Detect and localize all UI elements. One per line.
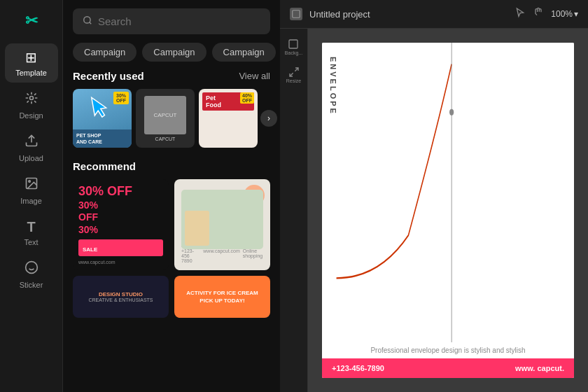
canvas-side-tools: Backg... Resize (280, 29, 308, 392)
recently-used-section: Recently used View all PET SHOPAND CARE … (73, 70, 270, 148)
sidebar-item-design[interactable]: Design (5, 85, 58, 125)
svg-line-8 (90, 22, 92, 24)
canvas-workspace: ENVELOPE Professional envelope design is… (308, 29, 588, 392)
envelope-canvas: ENVELOPE Professional envelope design is… (322, 43, 574, 378)
svg-point-14 (449, 109, 454, 115)
card-design-studio[interactable]: DESIGN STUDIO CREATIVE & ENTHUSIASTS (73, 276, 169, 318)
template-panel: Campaign Campaign Campaign Recently used… (63, 0, 280, 392)
panel-content: Recently used View all PET SHOPAND CARE … (63, 70, 280, 392)
view-all-button[interactable]: View all (239, 71, 270, 81)
category-tab-1[interactable]: Campaign (142, 43, 206, 62)
off-line-3: OFF (78, 212, 163, 223)
sidebar-item-label: Template (15, 69, 47, 77)
envelope-canvas-inner: ENVELOPE (322, 43, 574, 342)
recommend-header: Recommend (73, 160, 270, 172)
canvas-title-icon (290, 8, 302, 20)
thumbnail-pet-food[interactable]: Pet Food 40%OFF (199, 89, 258, 148)
image-icon (24, 176, 38, 194)
off-line-2: 30% (78, 200, 163, 211)
sidebar-item-template[interactable]: ⊞ Template (5, 43, 58, 83)
upload-icon (24, 134, 38, 151)
thumbnail-pet-shop[interactable]: PET SHOPAND CARE 30%OFF (73, 89, 132, 148)
hand-tool-icon[interactable] (533, 7, 544, 21)
envelope-vertical-text: ENVELOPE (326, 50, 341, 335)
search-input[interactable] (98, 15, 260, 27)
category-tab-0[interactable]: Campaign (73, 43, 136, 62)
envelope-footer-bar: +123-456-7890 www. capcut. (322, 358, 574, 378)
recommend-section: Recommend 30% OFF 30% OFF 30% SALE www.c… (73, 160, 270, 328)
text-icon: T (27, 219, 35, 235)
design-icon (24, 91, 38, 108)
search-icon (83, 15, 92, 27)
envelope-curve-svg (322, 43, 574, 342)
canvas-body: Backg... Resize (280, 29, 588, 392)
background-tool[interactable]: Backg... (283, 36, 305, 58)
bottom-cards: DESIGN STUDIO CREATIVE & ENTHUSIASTS ACT… (73, 276, 270, 328)
resize-label: Resize (286, 78, 301, 83)
canvas-header: Untitled project 100% ▾ (280, 0, 588, 29)
svg-rect-10 (289, 40, 298, 48)
pointer-tool-icon[interactable] (514, 7, 526, 21)
search-bar[interactable] (73, 8, 270, 34)
footer-website: www. capcut. (515, 364, 564, 372)
sidebar-item-label: Sticker (20, 281, 43, 289)
zoom-value: 100% (551, 9, 573, 19)
card-activity-ice-cream[interactable]: ACTIVITY FOR ICE CREAM PICK UP TODAY! (174, 276, 270, 318)
zoom-control[interactable]: 100% ▾ (551, 9, 578, 19)
off-line-1: 30% OFF (78, 185, 163, 199)
sidebar-item-upload[interactable]: Upload (5, 128, 58, 168)
sidebar-item-image[interactable]: Image (5, 171, 58, 211)
svg-point-7 (84, 17, 90, 23)
background-label: Backg... (285, 50, 302, 55)
sidebar-item-label: Image (20, 197, 42, 205)
off-line-4: 30% (78, 225, 163, 235)
sidebar-item-label: Upload (19, 154, 43, 162)
canvas-title: Untitled project (309, 9, 507, 20)
category-tab-2[interactable]: Campaign (212, 43, 276, 62)
next-arrow[interactable]: › (260, 110, 277, 127)
svg-line-12 (290, 73, 293, 76)
category-tabs: Campaign Campaign Campaign (63, 43, 280, 70)
svg-point-0 (29, 97, 33, 100)
envelope-footer-text: Professional envelope design is stylish … (322, 342, 574, 358)
svg-point-4 (25, 262, 37, 274)
sidebar-item-text[interactable]: T Text (5, 214, 58, 252)
recently-used-title: Recently used (73, 70, 144, 82)
app-logo: ✂ (18, 7, 46, 35)
footer-phone: +123-456-7890 (332, 364, 384, 372)
canvas-toolbar-right: 100% ▾ (514, 7, 578, 21)
zoom-chevron-icon: ▾ (574, 9, 578, 19)
resize-tool[interactable]: Resize (283, 64, 305, 86)
svg-point-3 (28, 181, 30, 183)
canvas-area: Untitled project 100% ▾ (280, 0, 588, 392)
template-icon: ⊞ (25, 49, 37, 66)
logo-icon: ✂ (25, 12, 38, 30)
recommend-grid: 30% OFF 30% OFF 30% SALE www.capcut.com … (73, 179, 270, 270)
sidebar-item-sticker[interactable]: Sticker (5, 255, 58, 295)
recommend-card-30off[interactable]: 30% OFF 30% OFF 30% SALE www.capcut.com (73, 179, 169, 270)
recent-thumbnails: PET SHOPAND CARE 30%OFF CAPCUT CAPCUT Pe… (73, 89, 270, 148)
svg-rect-9 (293, 10, 300, 18)
sidebar-item-label: Design (19, 111, 43, 120)
sticker-icon (24, 260, 38, 278)
svg-line-11 (295, 68, 298, 71)
thumbnail-capcut[interactable]: CAPCUT CAPCUT (136, 89, 195, 148)
sidebar-item-label: Text (24, 238, 38, 246)
recommend-card-home[interactable]: Home. $405 +123-456 7890 www.capcut.com … (174, 179, 270, 270)
recently-used-header: Recently used View all (73, 70, 270, 82)
sidebar: ✂ ⊞ Template Design Upload Image T Text (0, 0, 63, 392)
activity-text: ACTIVITY FOR ICE CREAM PICK UP TODAY! (182, 285, 262, 309)
recommend-title: Recommend (73, 160, 136, 172)
